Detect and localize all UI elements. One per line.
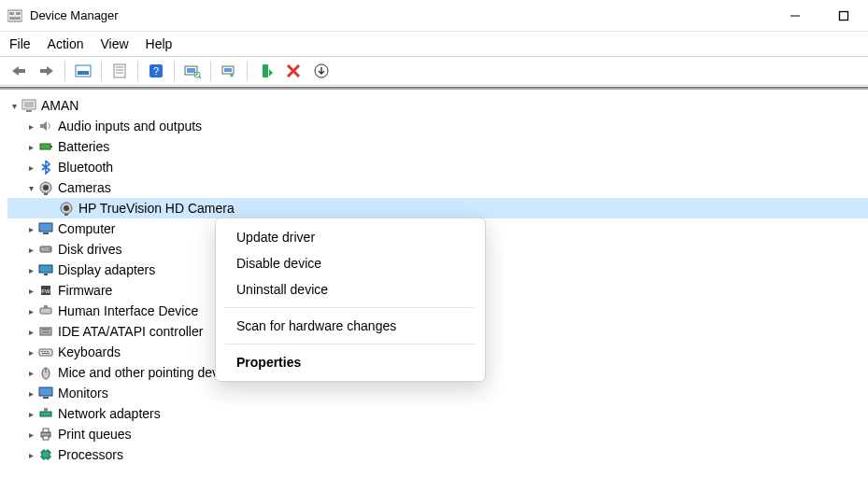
context-properties[interactable]: Properties xyxy=(216,349,485,375)
context-separator xyxy=(225,344,476,344)
toolbar-separator xyxy=(174,61,175,81)
tree-node-audio[interactable]: ▸ Audio inputs and outputs xyxy=(7,116,868,136)
tree-node-label: Print queues xyxy=(58,427,132,442)
chevron-right-icon[interactable]: ▸ xyxy=(24,429,37,440)
tree-node-label: HP TrueVision HD Camera xyxy=(78,201,235,216)
tree-root-label: AMAN xyxy=(41,98,78,113)
chevron-right-icon[interactable]: ▸ xyxy=(24,409,37,419)
tree-node-camera-device[interactable]: HP TrueVision HD Camera xyxy=(7,198,868,218)
svg-rect-52 xyxy=(44,351,46,352)
tree-node-cameras[interactable]: ▾ Cameras xyxy=(7,177,868,198)
chevron-right-icon[interactable]: ▸ xyxy=(24,162,37,173)
svg-rect-45 xyxy=(40,308,51,314)
chevron-right-icon[interactable]: ▸ xyxy=(24,286,37,296)
context-scan-hardware[interactable]: Scan for hardware changes xyxy=(216,313,485,339)
svg-rect-22 xyxy=(263,64,268,77)
help-button[interactable]: ? xyxy=(143,59,169,83)
svg-rect-46 xyxy=(44,305,48,308)
chevron-right-icon[interactable]: ▸ xyxy=(24,142,37,152)
menu-action[interactable]: Action xyxy=(48,36,84,51)
svg-rect-0 xyxy=(7,10,22,21)
tree-node-label: Display adapters xyxy=(58,262,155,277)
bluetooth-icon xyxy=(37,159,54,176)
svg-rect-21 xyxy=(224,68,232,72)
tree-node-label: Batteries xyxy=(58,139,109,154)
chevron-right-icon[interactable]: ▸ xyxy=(24,265,37,275)
svg-rect-27 xyxy=(24,102,34,107)
chevron-right-icon[interactable]: ▸ xyxy=(24,347,37,358)
tree-node-label: Network adapters xyxy=(58,406,161,421)
device-manager-icon xyxy=(7,8,22,23)
tree-node-network[interactable]: ▸ Network adapters xyxy=(7,403,868,424)
chevron-right-icon[interactable]: ▸ xyxy=(24,306,37,316)
show-hide-tree-button[interactable] xyxy=(70,59,96,83)
svg-rect-36 xyxy=(64,214,68,216)
printer-icon xyxy=(37,426,54,443)
tree-node-printq[interactable]: ▸ Print queues xyxy=(7,424,868,444)
tree-node-batteries[interactable]: ▸ Batteries xyxy=(7,136,868,157)
mouse-icon xyxy=(37,364,54,381)
context-update-driver[interactable]: Update driver xyxy=(216,224,485,250)
svg-rect-38 xyxy=(43,232,49,234)
tree-node-label: Bluetooth xyxy=(58,160,113,175)
properties-button[interactable] xyxy=(107,59,133,83)
disable-button[interactable] xyxy=(252,59,278,83)
chevron-right-icon[interactable]: ▸ xyxy=(24,327,37,337)
toolbar: ? xyxy=(0,56,868,86)
svg-line-19 xyxy=(199,77,201,78)
svg-rect-59 xyxy=(40,412,51,416)
context-uninstall-device[interactable]: Uninstall device xyxy=(216,276,485,302)
svg-rect-41 xyxy=(39,265,52,273)
menu-help[interactable]: Help xyxy=(146,36,173,51)
back-button[interactable] xyxy=(6,59,32,83)
minimize-button[interactable] xyxy=(778,2,812,30)
computer-icon xyxy=(21,97,37,114)
menu-file[interactable]: File xyxy=(9,36,31,51)
chevron-right-icon[interactable]: ▸ xyxy=(24,224,37,234)
chevron-down-icon[interactable]: ▾ xyxy=(24,183,37,193)
chevron-right-icon[interactable]: ▸ xyxy=(24,388,37,399)
chevron-down-icon[interactable]: ▾ xyxy=(7,101,21,111)
svg-rect-1 xyxy=(9,12,14,15)
speaker-icon xyxy=(37,118,54,134)
forward-button[interactable] xyxy=(34,59,60,83)
tree-node-monitors[interactable]: ▸ Monitors xyxy=(7,383,868,403)
tree-node-label: Firmware xyxy=(58,283,112,298)
chevron-right-icon[interactable]: ▸ xyxy=(24,245,37,255)
window-controls xyxy=(778,2,861,30)
tree-node-bluetooth[interactable]: ▸ Bluetooth xyxy=(7,157,868,177)
chevron-right-icon[interactable]: ▸ xyxy=(24,450,37,460)
context-disable-device[interactable]: Disable device xyxy=(216,250,485,276)
tree-node-label: Audio inputs and outputs xyxy=(58,119,202,134)
svg-rect-53 xyxy=(47,351,49,352)
svg-rect-3 xyxy=(9,17,21,20)
tree-node-label: Keyboards xyxy=(58,344,121,359)
svg-rect-10 xyxy=(114,64,125,77)
maximize-button[interactable] xyxy=(827,2,861,30)
svg-rect-28 xyxy=(26,110,32,112)
ide-icon xyxy=(37,323,54,340)
hid-icon xyxy=(37,302,54,319)
tree-root[interactable]: ▾ AMAN xyxy=(7,95,868,116)
svg-rect-57 xyxy=(39,387,52,396)
svg-rect-9 xyxy=(78,71,89,75)
tree-node-label: Human Interface Device xyxy=(58,303,198,318)
tree-node-processors[interactable]: ▸ Processors xyxy=(7,444,868,465)
toolbar-separator xyxy=(247,61,248,81)
menu-view[interactable]: View xyxy=(100,36,128,51)
svg-rect-63 xyxy=(43,436,49,440)
scan-hardware-button[interactable] xyxy=(179,59,206,83)
svg-point-35 xyxy=(64,205,69,211)
chevron-right-icon[interactable]: ▸ xyxy=(24,121,37,132)
uninstall-button[interactable] xyxy=(280,59,306,83)
chevron-right-icon[interactable]: ▸ xyxy=(24,368,37,378)
svg-point-32 xyxy=(43,185,49,190)
svg-rect-33 xyxy=(44,193,48,195)
down-button[interactable] xyxy=(308,59,334,83)
update-driver-button[interactable] xyxy=(216,59,242,83)
svg-rect-54 xyxy=(42,353,50,354)
menubar: File Action View Help xyxy=(0,32,868,56)
svg-text:?: ? xyxy=(153,65,159,77)
svg-rect-60 xyxy=(44,408,48,412)
svg-rect-37 xyxy=(39,223,52,232)
